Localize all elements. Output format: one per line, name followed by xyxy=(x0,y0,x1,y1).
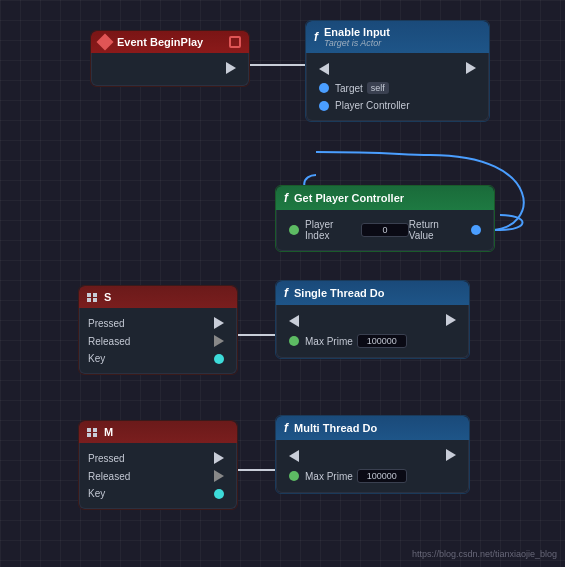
single-thread-title: Single Thread Do xyxy=(294,287,384,299)
multi-maxprime-value[interactable]: 100000 xyxy=(357,469,407,483)
multi-maxprime-label: Max Prime xyxy=(305,471,353,482)
multi-exec-row xyxy=(277,446,468,466)
m-key-pin[interactable] xyxy=(214,489,224,499)
enable-input-title-group: Enable Input Target is Actor xyxy=(324,26,390,48)
watermark: https://blog.csdn.net/tianxiaojie_blog xyxy=(412,549,557,559)
beginplay-body xyxy=(91,53,249,86)
single-maxprime-row: Max Prime 100000 xyxy=(277,331,468,351)
beginplay-header: Event BeginPlay xyxy=(91,31,249,53)
blueprint-canvas[interactable]: Event BeginPlay f Enable Input Target is… xyxy=(0,0,565,567)
enable-input-body: Target self Player Controller xyxy=(306,53,489,121)
keyboard-icon-m xyxy=(87,428,98,437)
get-player-body: Player Index 0 Return Value xyxy=(276,210,494,251)
enable-exec-row xyxy=(307,59,488,79)
get-player-header: f Get Player Controller xyxy=(276,186,494,210)
multi-maxprime-row: Max Prime 100000 xyxy=(277,466,468,486)
s-pressed-row: Pressed xyxy=(80,314,236,332)
multi-thread-title: Multi Thread Do xyxy=(294,422,377,434)
s-released-label: Released xyxy=(88,336,130,347)
node-m-key[interactable]: M Pressed Released Key xyxy=(78,420,238,510)
single-exec-out-wrap xyxy=(442,314,460,328)
multi-exec-out[interactable] xyxy=(446,449,456,461)
exec-out-pin[interactable] xyxy=(226,62,236,74)
s-key-body: Pressed Released Key xyxy=(79,308,237,374)
get-player-title: Get Player Controller xyxy=(294,192,404,204)
single-thread-header: f Single Thread Do xyxy=(276,281,469,305)
player-index-row: Player Index 0 Return Value xyxy=(277,216,493,244)
player-controller-pin[interactable] xyxy=(319,101,329,111)
single-exec-out[interactable] xyxy=(446,314,456,326)
m-key-row: Key xyxy=(80,485,236,502)
player-controller-label: Player Controller xyxy=(335,100,409,111)
event-icon xyxy=(97,34,114,51)
enable-target-row: Target self xyxy=(307,79,488,97)
m-key-header: M xyxy=(79,421,237,443)
node-single-thread-do[interactable]: f Single Thread Do Max Prime 100000 xyxy=(275,280,470,359)
single-exec-in[interactable] xyxy=(289,315,299,327)
single-thread-body: Max Prime 100000 xyxy=(276,305,469,358)
single-exec-row xyxy=(277,311,468,331)
s-released-row: Released xyxy=(80,332,236,350)
m-released-pin[interactable] xyxy=(214,470,224,482)
node-enable-input[interactable]: f Enable Input Target is Actor Target se… xyxy=(305,20,490,122)
single-maxprime-value[interactable]: 100000 xyxy=(357,334,407,348)
function-icon-multi: f xyxy=(284,421,288,435)
beginplay-exec-row xyxy=(92,59,248,79)
m-pressed-label: Pressed xyxy=(88,453,125,464)
function-icon: f xyxy=(314,30,318,44)
m-key-label: Key xyxy=(88,488,105,499)
m-pressed-pin[interactable] xyxy=(214,452,224,464)
target-self-tag: self xyxy=(367,82,389,94)
s-key-header: S xyxy=(79,286,237,308)
s-key-row: Key xyxy=(80,350,236,367)
player-index-pin[interactable] xyxy=(289,225,299,235)
multi-thread-header: f Multi Thread Do xyxy=(276,416,469,440)
function-icon-single: f xyxy=(284,286,288,300)
function-icon-get: f xyxy=(284,191,288,205)
return-value-pin[interactable] xyxy=(471,225,481,235)
keyboard-icon xyxy=(87,293,98,302)
enable-player-row: Player Controller xyxy=(307,97,488,114)
node-multi-thread-do[interactable]: f Multi Thread Do Max Prime 100000 xyxy=(275,415,470,494)
s-key-pin[interactable] xyxy=(214,354,224,364)
beginplay-title: Event BeginPlay xyxy=(117,36,203,48)
m-pressed-row: Pressed xyxy=(80,449,236,467)
beginplay-exec-out xyxy=(222,62,240,76)
node-s-key[interactable]: S Pressed Released Key xyxy=(78,285,238,375)
s-pressed-pin[interactable] xyxy=(214,317,224,329)
m-key-body: Pressed Released Key xyxy=(79,443,237,509)
m-released-row: Released xyxy=(80,467,236,485)
m-released-label: Released xyxy=(88,471,130,482)
node-get-player-controller[interactable]: f Get Player Controller Player Index 0 R… xyxy=(275,185,495,252)
enable-input-header: f Enable Input Target is Actor xyxy=(306,21,489,53)
multi-exec-out-wrap xyxy=(442,449,460,463)
s-key-title: S xyxy=(104,291,111,303)
s-released-pin[interactable] xyxy=(214,335,224,347)
return-value-label: Return Value xyxy=(409,219,463,241)
s-pressed-label: Pressed xyxy=(88,318,125,329)
enable-input-subtitle: Target is Actor xyxy=(324,38,390,48)
multi-thread-body: Max Prime 100000 xyxy=(276,440,469,493)
multi-exec-in[interactable] xyxy=(289,450,299,462)
s-key-label: Key xyxy=(88,353,105,364)
target-label: Target xyxy=(335,83,363,94)
player-index-value[interactable]: 0 xyxy=(361,223,409,237)
m-key-title: M xyxy=(104,426,113,438)
enable-exec-out-wrap xyxy=(462,62,480,76)
player-index-label: Player Index xyxy=(305,219,357,241)
target-pin[interactable] xyxy=(319,83,329,93)
enable-exec-out[interactable] xyxy=(466,62,476,74)
enable-input-title: Enable Input xyxy=(324,26,390,38)
beginplay-indicator xyxy=(229,36,241,48)
single-maxprime-pin[interactable] xyxy=(289,336,299,346)
node-beginplay[interactable]: Event BeginPlay xyxy=(90,30,250,87)
single-maxprime-label: Max Prime xyxy=(305,336,353,347)
multi-maxprime-pin[interactable] xyxy=(289,471,299,481)
enable-exec-in[interactable] xyxy=(319,63,329,75)
